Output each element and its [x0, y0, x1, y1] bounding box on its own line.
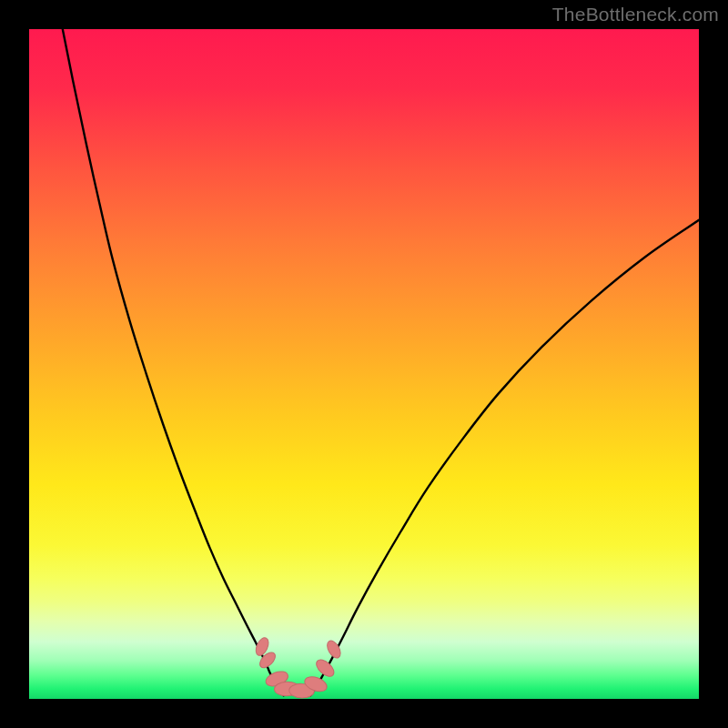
watermark-text: TheBottleneck.com: [552, 4, 719, 25]
right-curve: [310, 220, 699, 696]
trough-marker: [313, 657, 337, 680]
curve-layer: [29, 29, 699, 699]
left-curve: [63, 29, 284, 695]
plot-area: [29, 29, 699, 699]
trough-markers: [253, 636, 343, 699]
chart-frame: TheBottleneck.com: [0, 0, 728, 728]
